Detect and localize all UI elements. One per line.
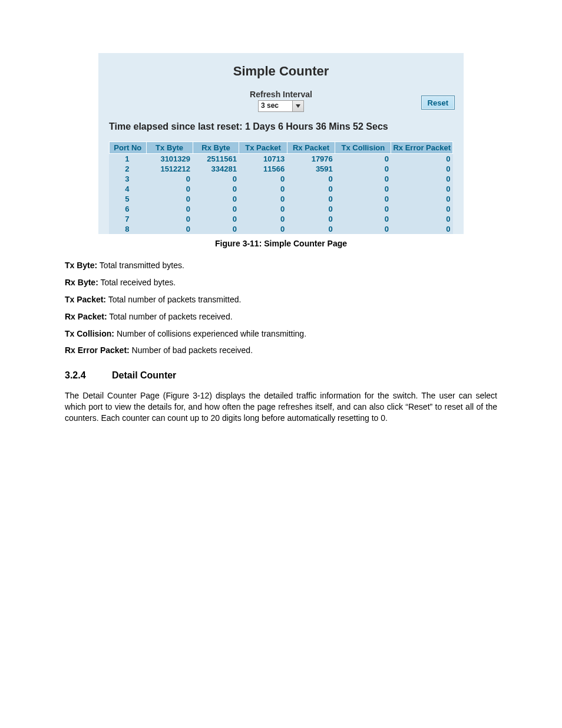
simple-counter-table: Port No Tx Byte Rx Byte Tx Packet Rx Pac…: [109, 141, 453, 234]
cell-port: 7: [110, 214, 147, 224]
header-tx-packet: Tx Packet: [239, 142, 287, 154]
cell-rx_error: 0: [391, 194, 453, 204]
cell-port: 2: [110, 164, 147, 174]
cell-rx_error: 0: [391, 164, 453, 174]
cell-tx_packet: 11566: [239, 164, 287, 174]
simple-counter-screenshot: Simple Counter Refresh Interval 3 sec Re…: [98, 53, 464, 234]
time-elapsed-label: Time elapsed since last reset: 1 Days 6 …: [109, 121, 453, 132]
definition-line: Rx Byte: Total received bytes.: [65, 277, 497, 288]
cell-rx_byte: 0: [193, 174, 239, 184]
chevron-down-icon[interactable]: [292, 101, 303, 111]
table-body: 1310132925115611071317976002151221233428…: [110, 154, 453, 235]
cell-rx_byte: 0: [193, 204, 239, 214]
definition-desc: Total transmitted bytes.: [97, 261, 184, 270]
cell-tx_collision: 0: [335, 184, 391, 194]
cell-rx_byte: 0: [193, 214, 239, 224]
definition-desc: Number of collisions experienced while t…: [114, 329, 306, 338]
cell-port: 5: [110, 194, 147, 204]
cell-rx_packet: 0: [287, 224, 335, 234]
cell-rx_error: 0: [391, 174, 453, 184]
cell-port: 3: [110, 174, 147, 184]
section-title: Detail Counter: [112, 370, 176, 380]
refresh-interval-value: 3 sec: [259, 101, 292, 111]
cell-tx_packet: 0: [239, 224, 287, 234]
cell-rx_packet: 3591: [287, 164, 335, 174]
cell-port: 8: [110, 224, 147, 234]
reset-button[interactable]: Reset: [421, 95, 455, 110]
header-rx-error: Rx Error Packet: [391, 142, 453, 154]
definition-line: Tx Collision: Number of collisions exper…: [65, 328, 497, 340]
cell-tx_packet: 0: [239, 214, 287, 224]
section-heading: 3.2.4Detail Counter: [65, 369, 497, 382]
table-row: 3000000: [110, 174, 453, 184]
definition-line: Rx Error Packet: Number of bad packets r…: [65, 345, 497, 356]
table-header-row: Port No Tx Byte Rx Byte Tx Packet Rx Pac…: [110, 142, 453, 154]
definition-term: Rx Error Packet:: [65, 345, 130, 355]
cell-port: 4: [110, 184, 147, 194]
cell-rx_packet: 0: [287, 194, 335, 204]
document-body: Tx Byte: Total transmitted bytes.Rx Byte…: [65, 260, 497, 424]
definition-desc: Total number of packets received.: [107, 312, 233, 321]
refresh-area: Refresh Interval 3 sec Reset: [109, 90, 453, 118]
cell-rx_error: 0: [391, 204, 453, 214]
cell-rx_packet: 0: [287, 184, 335, 194]
cell-tx_packet: 0: [239, 204, 287, 214]
cell-port: 1: [110, 154, 147, 164]
definition-line: Tx Byte: Total transmitted bytes.: [65, 260, 497, 271]
definition-list: Tx Byte: Total transmitted bytes.Rx Byte…: [65, 260, 497, 356]
table-row: 7000000: [110, 214, 453, 224]
cell-tx_byte: 3101329: [146, 154, 193, 164]
cell-tx_byte: 0: [146, 224, 193, 234]
table-row: 2151221233428111566359100: [110, 164, 453, 174]
page-title: Simple Counter: [109, 64, 453, 79]
cell-rx_byte: 2511561: [193, 154, 239, 164]
cell-rx_byte: 334281: [193, 164, 239, 174]
cell-tx_collision: 0: [335, 204, 391, 214]
cell-rx_packet: 0: [287, 204, 335, 214]
definition-term: Tx Byte:: [65, 261, 97, 270]
cell-rx_byte: 0: [193, 184, 239, 194]
cell-tx_byte: 0: [146, 214, 193, 224]
definition-desc: Total received bytes.: [98, 278, 176, 287]
cell-tx_collision: 0: [335, 174, 391, 184]
cell-tx_packet: 10713: [239, 154, 287, 164]
cell-tx_packet: 0: [239, 184, 287, 194]
section-paragraph: The Detail Counter Page (Figure 3-12) di…: [65, 390, 497, 424]
cell-rx_byte: 0: [193, 194, 239, 204]
definition-line: Rx Packet: Total number of packets recei…: [65, 311, 497, 322]
refresh-interval-select[interactable]: 3 sec: [258, 100, 304, 112]
cell-rx_error: 0: [391, 154, 453, 164]
definition-desc: Number of bad packets received.: [130, 345, 253, 355]
cell-tx_byte: 0: [146, 204, 193, 214]
cell-tx_byte: 0: [146, 194, 193, 204]
header-tx-collision: Tx Collision: [335, 142, 391, 154]
table-row: 8000000: [110, 224, 453, 234]
cell-tx_packet: 0: [239, 174, 287, 184]
cell-tx_packet: 0: [239, 194, 287, 204]
cell-rx_error: 0: [391, 224, 453, 234]
cell-port: 6: [110, 204, 147, 214]
header-tx-byte: Tx Byte: [146, 142, 193, 154]
cell-tx_collision: 0: [335, 164, 391, 174]
cell-tx_byte: 0: [146, 174, 193, 184]
definition-term: Rx Byte:: [65, 278, 98, 287]
refresh-interval-label: Refresh Interval: [109, 90, 453, 99]
cell-rx_byte: 0: [193, 224, 239, 234]
cell-rx_packet: 17976: [287, 154, 335, 164]
header-rx-packet: Rx Packet: [287, 142, 335, 154]
svg-marker-0: [296, 104, 300, 108]
definition-line: Tx Packet: Total number of packets trans…: [65, 294, 497, 305]
cell-rx_packet: 0: [287, 174, 335, 184]
definition-term: Tx Packet:: [65, 295, 106, 304]
header-port-no: Port No: [110, 142, 147, 154]
cell-tx_byte: 0: [146, 184, 193, 194]
cell-tx_collision: 0: [335, 224, 391, 234]
table-row: 131013292511561107131797600: [110, 154, 453, 164]
figure-caption: Figure 3-11: Simple Counter Page: [0, 239, 562, 248]
definition-desc: Total number of packets transmitted.: [106, 295, 241, 304]
cell-rx_error: 0: [391, 214, 453, 224]
table-row: 5000000: [110, 194, 453, 204]
cell-tx_collision: 0: [335, 214, 391, 224]
table-row: 4000000: [110, 184, 453, 194]
cell-rx_packet: 0: [287, 214, 335, 224]
